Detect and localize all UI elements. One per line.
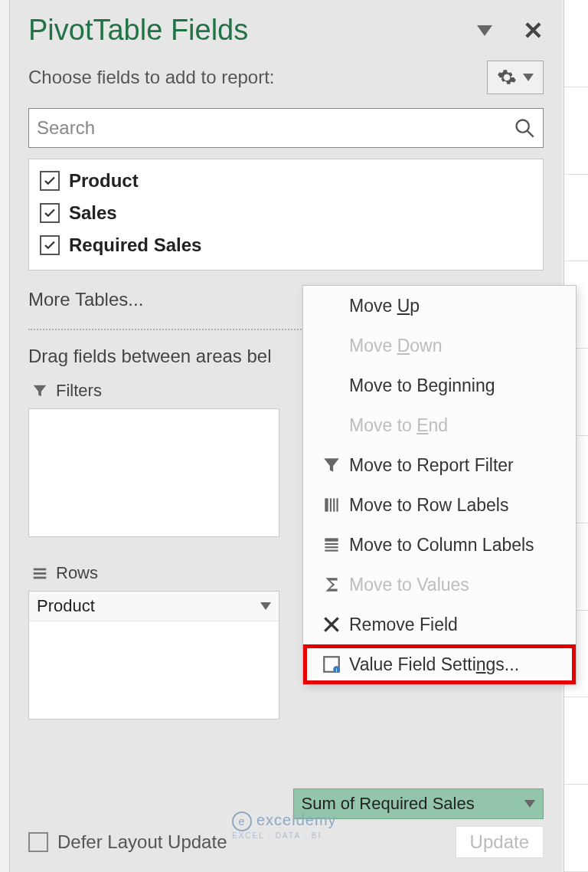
svg-rect-3 (34, 572, 47, 575)
svg-rect-5 (325, 498, 328, 511)
checkbox-icon[interactable] (40, 171, 60, 191)
filter-icon (31, 382, 48, 399)
field-label: Required Sales (69, 234, 201, 256)
gear-icon (497, 67, 517, 87)
pane-title: PivotTable Fields (28, 14, 248, 47)
svg-rect-2 (34, 569, 47, 571)
menu-move-beginning[interactable]: Move to Beginning (303, 366, 576, 405)
defer-layout-checkbox[interactable]: Defer Layout Update (28, 831, 227, 853)
menu-move-report-filter[interactable]: Move to Report Filter (303, 445, 576, 485)
field-label: Product (69, 170, 139, 192)
svg-rect-4 (34, 577, 47, 579)
search-input[interactable]: Search (28, 108, 544, 148)
svg-rect-12 (325, 550, 338, 552)
pane-menu-dropdown-icon[interactable] (477, 25, 492, 36)
settings-icon: i (322, 654, 341, 674)
field-context-menu: Move Up Move Down Move to Beginning Move… (302, 285, 577, 685)
menu-move-up[interactable]: Move Up (303, 286, 576, 326)
menu-move-row-labels[interactable]: Move to Row Labels (303, 485, 576, 525)
watermark: eexceldemy EXCEL · DATA · BI (232, 811, 337, 840)
menu-remove-field[interactable]: Remove Field (303, 605, 576, 644)
field-required-sales[interactable]: Required Sales (40, 234, 532, 256)
field-sales[interactable]: Sales (40, 202, 532, 224)
checkbox-icon[interactable] (40, 203, 60, 223)
filters-drop-area[interactable] (28, 408, 279, 537)
chevron-down-icon[interactable] (524, 800, 535, 808)
rows-icon (322, 495, 341, 515)
menu-move-column-labels[interactable]: Move to Column Labels (303, 525, 576, 565)
menu-value-field-settings[interactable]: i Value Field Settings... (303, 644, 576, 684)
fields-list: Product Sales Required Sales (28, 159, 544, 270)
svg-rect-11 (325, 546, 338, 548)
svg-point-0 (517, 120, 529, 133)
choose-fields-label: Choose fields to add to report: (28, 67, 275, 88)
svg-text:i: i (336, 667, 338, 674)
field-label: Sales (69, 202, 117, 224)
svg-rect-10 (325, 543, 338, 545)
search-icon (514, 117, 535, 139)
svg-rect-7 (333, 498, 335, 511)
field-product[interactable]: Product (40, 170, 532, 192)
rows-area-header: Rows (28, 559, 279, 591)
svg-rect-6 (330, 498, 332, 511)
sigma-icon (322, 575, 341, 595)
tools-button[interactable] (487, 61, 544, 94)
remove-icon (322, 615, 341, 634)
close-icon[interactable]: ✕ (523, 16, 544, 45)
menu-move-down: Move Down (303, 326, 576, 366)
svg-rect-9 (325, 538, 338, 541)
update-button[interactable]: Update (456, 826, 544, 858)
rows-item-product[interactable]: Product (29, 592, 279, 621)
filter-icon (322, 455, 341, 475)
search-placeholder: Search (37, 117, 95, 139)
checkbox-icon[interactable] (28, 832, 48, 852)
svg-line-1 (528, 131, 534, 137)
checkbox-icon[interactable] (40, 235, 60, 255)
filters-area-header: Filters (28, 376, 279, 408)
defer-label: Defer Layout Update (57, 831, 227, 853)
menu-move-end: Move to End (303, 405, 576, 445)
svg-rect-8 (337, 498, 338, 511)
rows-drop-area[interactable]: Product (28, 591, 279, 720)
chevron-down-icon (523, 74, 534, 81)
chevron-down-icon[interactable] (260, 602, 271, 610)
menu-move-values: Move to Values (303, 565, 576, 605)
rows-icon (31, 565, 48, 582)
columns-icon (322, 535, 341, 555)
